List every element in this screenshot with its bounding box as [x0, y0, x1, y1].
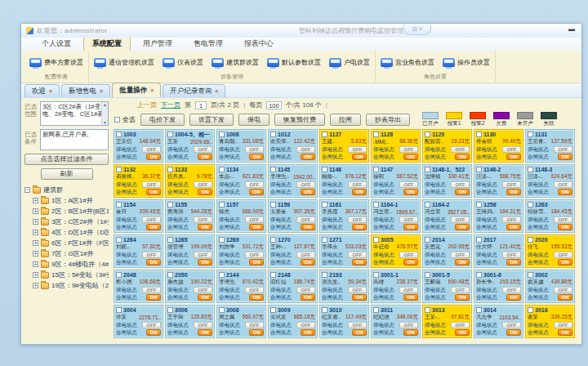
gate-status-value[interactable]: ON [301, 329, 315, 336]
card-checkbox[interactable] [116, 272, 122, 278]
power-status-value[interactable]: OFF [348, 146, 367, 153]
power-status-value[interactable]: OFF [194, 146, 212, 153]
card-checkbox[interactable] [116, 132, 122, 137]
ribbon-item-户电设置[interactable]: 户电设置 [329, 58, 370, 67]
gate-status-value[interactable]: ON [403, 294, 418, 301]
card-checkbox[interactable] [270, 307, 276, 313]
gate-status-value[interactable]: ON [249, 329, 264, 336]
ribbon-item-营业角色设置[interactable]: 营业角色设置 [381, 58, 434, 67]
toolbar-button-抄表导出[interactable]: 抄表导出 [366, 114, 410, 126]
meter-card[interactable]: 1145李理先..1542.00..保电状态OFF合闸状态ON [268, 164, 318, 198]
meter-card[interactable]: 1004-5、相一王英2029.66..保电状态OFF合闸状态ON [165, 129, 215, 163]
meter-card[interactable]: 1131王若青..137.59元保电状态OFF合闸状态ON [525, 129, 575, 163]
meter-card[interactable]: 1269刘国争531.72元保电状态OFF合闸状态ON [216, 234, 266, 268]
power-status-value[interactable]: OFF [194, 322, 212, 328]
meter-card[interactable]: 1127王建..5.83元保电状态OFF合闸状态ON [319, 129, 369, 163]
gate-status-value[interactable]: ON [249, 189, 264, 195]
gate-status-value[interactable]: ON [249, 224, 264, 230]
minimize-icon[interactable]: ▬ [567, 27, 577, 33]
gate-status-value[interactable]: ON [146, 224, 161, 230]
power-status-value[interactable]: OFF [142, 181, 161, 188]
expand-icon[interactable]: + [33, 230, 38, 235]
power-status-value[interactable]: OFF [194, 252, 212, 258]
tree-item[interactable]: +1区：A区1#井 [24, 195, 109, 206]
card-checkbox[interactable] [425, 167, 430, 172]
power-status-value[interactable]: OFF [502, 146, 521, 153]
gate-status-value[interactable]: ON [403, 224, 418, 230]
card-checkbox[interactable] [219, 202, 225, 208]
filter-condition-button[interactable]: 点击选择过滤条件 [24, 154, 109, 165]
power-status-value[interactable]: OFF [245, 252, 264, 258]
card-checkbox[interactable] [270, 237, 276, 243]
next-page-link[interactable]: 下一页 [161, 100, 180, 109]
meter-card[interactable]: 2017佳大怀121.40元保电状态OFF合闸状态ON [474, 234, 523, 268]
toolbar-button-设置下发[interactable]: 设置下发 [189, 114, 234, 126]
card-checkbox[interactable] [528, 307, 533, 313]
card-checkbox[interactable] [219, 237, 225, 243]
gate-status-value[interactable]: ON [558, 294, 572, 301]
card-checkbox[interactable] [476, 202, 482, 208]
card-checkbox[interactable] [528, 132, 533, 137]
card-checkbox[interactable] [373, 202, 379, 208]
expand-icon[interactable]: + [33, 251, 38, 257]
card-checkbox[interactable] [167, 237, 173, 243]
power-status-value[interactable]: OFF [399, 181, 418, 188]
power-status-value[interactable]: OFF [451, 252, 470, 258]
meter-card[interactable]: 1264刘晓..57.30元保电状态OFF合闸状态ON [114, 234, 163, 268]
power-status-value[interactable]: OFF [296, 146, 315, 153]
meter-card[interactable]: 1265张管理199.09元保电状态OFF合闸状态ON [165, 234, 215, 268]
gate-status-value[interactable]: ON [249, 259, 264, 266]
card-checkbox[interactable] [167, 202, 173, 208]
gate-status-value[interactable]: ON [403, 329, 418, 336]
power-status-value[interactable]: OFF [194, 287, 212, 293]
gate-status-value[interactable]: ON [352, 329, 367, 336]
power-status-value[interactable]: OFF [194, 216, 212, 223]
gate-status-value[interactable]: ON [558, 189, 572, 195]
meter-card[interactable]: 2144李理先870.42元保电状态OFF合闸状态ON [216, 270, 266, 303]
gate-status-value[interactable]: ON [506, 294, 521, 301]
gate-status-value[interactable]: ON [455, 329, 470, 336]
meter-card[interactable]: 1148-3汪泽-..624.64元保电状态OFF合闸状态ON [525, 164, 575, 198]
card-checkbox[interactable] [219, 167, 225, 172]
card-checkbox[interactable] [373, 167, 379, 172]
meter-card[interactable]: 1155费海清544.28元保电状态OFF合闸状态ON [165, 199, 215, 233]
prev-page-link[interactable]: 上一页 [137, 100, 157, 109]
meter-card[interactable]: 2193张先生..59.34元保电状态OFF合闸状态ON [319, 270, 369, 303]
tree-item[interactable]: +19区：9#变电站（2# [24, 280, 109, 291]
meter-card[interactable]: 3001-5王麒瑞690.48元保电状态OFF合闸状态ON [422, 270, 472, 303]
power-status-value[interactable]: OFF [451, 146, 470, 153]
expand-icon[interactable]: + [33, 240, 38, 246]
meter-card[interactable]: 1134本品-..921.83元保电状态OFF合闸状态ON [216, 164, 266, 198]
tree-item[interactable]: +2区：B区1#井(B区1# [24, 206, 109, 216]
power-status-value[interactable]: OFF [348, 287, 367, 293]
gate-status-value[interactable]: ON [403, 189, 418, 195]
toolbar-button-拉闸[interactable]: 拉闸 [330, 114, 361, 126]
meter-card[interactable]: 1161李典霞367.17元保电状态OFF合闸状态ON [319, 199, 369, 233]
power-status-value[interactable]: OFF [245, 181, 264, 188]
gate-status-value[interactable]: ON [558, 259, 572, 266]
power-status-value[interactable]: OFF [554, 322, 572, 328]
card-checkbox[interactable] [425, 272, 430, 278]
gate-status-value[interactable]: ON [506, 189, 521, 195]
meter-card[interactable]: 2048郑小国108.68元保电状态OFF合闸状态ON [114, 270, 163, 303]
menu-tab-用户管理[interactable]: 用户管理 [134, 36, 181, 51]
gate-status-value[interactable]: ON [455, 189, 470, 195]
meter-card[interactable]: 3001-6孙长争..293.15元保电状态OFF合闸状态ON [474, 270, 523, 303]
card-checkbox[interactable] [270, 167, 276, 172]
ribbon-item-默认参数设置[interactable]: 默认参数设置 [267, 58, 321, 67]
meter-card[interactable]: 1003王安信148.94元保电状态OFF合闸状态ON [114, 129, 163, 163]
gate-status-value[interactable]: ON [455, 224, 470, 230]
power-status-value[interactable]: OFF [142, 252, 161, 258]
doc-tab-批量操作[interactable]: 批量操作× [112, 83, 161, 97]
card-checkbox[interactable] [167, 307, 173, 313]
meter-card[interactable]: 3008周之翼550.97元保电状态OFF合闸状态ON [216, 305, 266, 338]
power-status-value[interactable]: OFF [296, 252, 315, 258]
gate-status-value[interactable]: ON [198, 294, 212, 301]
power-status-value[interactable]: OFF [554, 287, 572, 293]
gate-status-value[interactable]: ON [301, 189, 315, 195]
tree-item[interactable]: +7区：G区1#井 [24, 248, 109, 259]
card-checkbox[interactable] [322, 272, 327, 278]
expand-icon[interactable]: + [33, 283, 38, 288]
card-checkbox[interactable] [528, 272, 533, 278]
card-checkbox[interactable] [167, 132, 173, 137]
